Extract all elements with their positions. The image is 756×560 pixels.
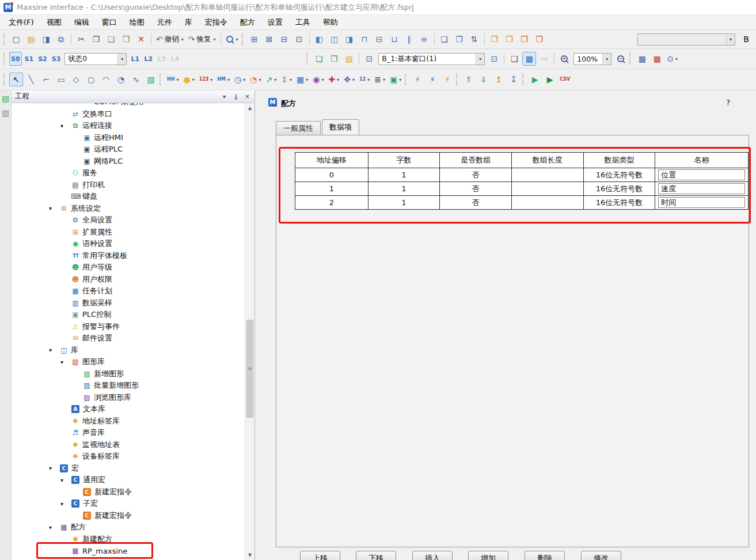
name-input[interactable]: 速度 xyxy=(658,183,745,194)
tree-item[interactable]: ▩RP_maxsine xyxy=(12,545,245,557)
pie-tool-icon[interactable]: ◔ xyxy=(114,73,128,86)
cut-icon[interactable]: ✂ xyxy=(74,32,88,46)
layer-l2-button[interactable]: L2 xyxy=(142,52,154,66)
combine-icon[interactable]: ❒ xyxy=(518,32,531,46)
table-cell[interactable]: 0 xyxy=(295,168,368,182)
chevron-down-icon[interactable]: ▾ xyxy=(352,77,355,82)
modify-button[interactable]: 修改 xyxy=(581,551,621,560)
tree-item[interactable]: TT常用字体模板 xyxy=(12,250,245,262)
new-file-icon[interactable]: ▢ xyxy=(9,32,23,46)
grid-toggle-icon[interactable]: ▦ xyxy=(635,52,649,66)
tree-item[interactable]: ▾▨图形库 xyxy=(12,356,245,368)
table-cell[interactable] xyxy=(512,196,584,210)
align-right-icon[interactable]: ◨ xyxy=(343,32,356,46)
find-icon[interactable]: ▾ xyxy=(224,32,240,46)
clock-icon[interactable]: ◷▾ xyxy=(233,73,247,86)
tree-item[interactable]: A文本库 xyxy=(12,403,245,415)
polyline-tool-icon[interactable]: ⌐ xyxy=(39,73,53,86)
menu-item-5[interactable]: 元件 xyxy=(151,15,178,30)
tree-item[interactable]: ▾⧉远程连接 xyxy=(12,120,245,131)
expand-arrow-icon[interactable]: ▾ xyxy=(48,205,59,211)
auto-hide-pin-icon[interactable]: ⊸ xyxy=(232,93,240,100)
tab-general-properties[interactable]: 一般属性 xyxy=(276,121,321,135)
offline-run-icon[interactable]: ▶ xyxy=(528,73,542,86)
expand-arrow-icon[interactable]: ▾ xyxy=(59,359,71,365)
tree-item[interactable]: ▥数据采样 xyxy=(12,297,245,309)
tree-item[interactable]: ◉语种设置 xyxy=(12,238,245,249)
new-popup-window-icon[interactable]: ❐ xyxy=(327,52,341,66)
expand-arrow-icon[interactable]: ▾ xyxy=(59,123,71,129)
close-screen-icon[interactable]: ⊠ xyxy=(263,32,276,46)
swap-order-icon[interactable]: ⇅ xyxy=(468,32,481,46)
break-icon[interactable]: ❒ xyxy=(533,32,546,46)
table-cell[interactable] xyxy=(512,168,584,182)
menu-item-7[interactable]: 宏指令 xyxy=(199,15,234,30)
macro-list-icon[interactable]: ⚡ xyxy=(440,73,454,86)
tree-item[interactable]: ⊶COM3: 未使用 xyxy=(12,103,245,108)
project-pane-tab[interactable]: ▤ xyxy=(0,92,11,105)
table-element-icon[interactable]: ▦▾ xyxy=(295,73,310,86)
tree-item[interactable]: ⌨键盘 xyxy=(12,191,245,202)
chevron-down-icon[interactable]: ▾ xyxy=(726,34,735,45)
delete-button[interactable]: 删除 xyxy=(525,551,565,560)
online-run-icon[interactable]: ▶ xyxy=(543,73,557,86)
select-tool-icon[interactable]: ↖ xyxy=(9,73,23,86)
chevron-down-icon[interactable]: ▾ xyxy=(602,54,611,65)
state-s3-button[interactable]: S3 xyxy=(50,52,63,66)
new-basic-window-icon[interactable]: ❏ xyxy=(312,52,326,66)
menu-item-4[interactable]: 绘图 xyxy=(123,15,151,30)
panel-menu-icon[interactable]: ▾ xyxy=(221,93,228,100)
pack-library-icon[interactable]: ⇑ xyxy=(462,73,476,86)
anchor-icon[interactable]: ⊙▾ xyxy=(665,52,679,66)
tree-item[interactable]: ▨新增图形 xyxy=(12,368,245,380)
bring-front-icon[interactable]: ❏ xyxy=(438,32,451,46)
scrollbar-element-icon[interactable]: ↕▾ xyxy=(279,73,294,86)
unpack-library-icon[interactable]: ⇓ xyxy=(477,73,491,86)
tree-item[interactable]: ▾▩配方 xyxy=(12,521,245,533)
menu-item-2[interactable]: 编辑 xyxy=(68,15,96,30)
tree-item[interactable]: ♬声音库 xyxy=(12,427,245,438)
align-top-icon[interactable]: ⊓ xyxy=(358,32,371,46)
table-cell[interactable]: 1 xyxy=(368,182,440,196)
distribute-horizontal-icon[interactable]: ∥ xyxy=(402,32,416,46)
polygon-tool-icon[interactable]: ◇ xyxy=(69,73,83,86)
copy-icon[interactable]: ❐ xyxy=(89,32,103,46)
menu-item-11[interactable]: 帮助 xyxy=(317,15,344,30)
tree-item[interactable]: ✱新建配方 xyxy=(12,533,245,545)
chevron-down-icon[interactable]: ▾ xyxy=(367,77,370,82)
table-cell[interactable]: 1 xyxy=(295,182,368,196)
chevron-down-icon[interactable]: ▾ xyxy=(321,77,324,82)
csv-export-icon[interactable]: CSV xyxy=(558,73,572,86)
tree-item[interactable]: ▾C子宏 xyxy=(12,498,245,509)
table-row[interactable]: 01否16位无符号数位置 xyxy=(295,168,749,182)
toolbox-pane-tab[interactable]: ▥ xyxy=(0,107,11,119)
trend-chart-icon[interactable]: ↗▾ xyxy=(264,73,279,86)
table-cell[interactable]: 1 xyxy=(368,196,440,210)
tree-item[interactable]: ▾C通用宏 xyxy=(12,474,245,486)
state-combo[interactable]: 状态0▾ xyxy=(64,53,127,65)
bold-button[interactable]: B xyxy=(739,32,753,46)
edit-macro-icon[interactable]: ⚡ xyxy=(426,73,439,86)
open-screen-icon[interactable]: ⊞ xyxy=(248,32,261,46)
tree-item[interactable]: C新建宏指令 xyxy=(12,510,245,521)
panel-close-icon[interactable]: ✕ xyxy=(244,93,251,100)
numeric-input-icon[interactable]: 12▾ xyxy=(358,73,371,86)
align-center-icon[interactable]: ◫ xyxy=(328,32,341,46)
expand-arrow-icon[interactable]: ▾ xyxy=(48,524,59,531)
tree-item[interactable]: ▣网络PLC xyxy=(12,156,245,167)
chevron-down-icon[interactable]: ▾ xyxy=(290,77,292,82)
crosshair-icon[interactable]: ✚▾ xyxy=(326,73,341,86)
ungroup-icon[interactable]: ❒ xyxy=(503,32,516,46)
tree-item[interactable]: ▣远程PLC xyxy=(12,143,245,155)
slider-icon[interactable]: ◉▾ xyxy=(311,73,325,86)
chevron-down-icon[interactable]: ▾ xyxy=(213,37,215,42)
meter-icon[interactable]: ◔▾ xyxy=(248,73,263,86)
menu-item-9[interactable]: 设置 xyxy=(261,15,289,30)
snap-toggle-icon[interactable]: ▦ xyxy=(650,52,664,66)
move-element-icon[interactable]: ✥▾ xyxy=(342,73,356,86)
chevron-down-icon[interactable]: ▾ xyxy=(236,37,238,42)
tree-item[interactable]: C新建宏指令 xyxy=(12,486,245,498)
tree-item[interactable]: ❖监视地址表 xyxy=(12,439,245,451)
chevron-down-icon[interactable]: ▾ xyxy=(259,77,261,82)
expand-arrow-icon[interactable]: ▾ xyxy=(48,465,59,471)
